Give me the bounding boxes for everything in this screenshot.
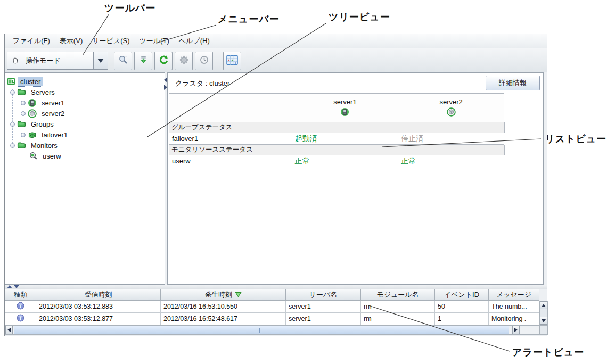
search-button[interactable] (114, 52, 132, 70)
monitor-name-cell: userw (169, 155, 292, 167)
monitors-folder-icon (17, 141, 26, 150)
operation-mode-dropdown-button[interactable] (93, 52, 108, 69)
menu-view-text: 表示( (60, 37, 76, 45)
menu-file[interactable]: ファイル(F) (8, 34, 55, 48)
splitter-down-icon[interactable] (14, 285, 19, 288)
horizontal-scrollbar-thumb[interactable] (14, 326, 509, 334)
group-status-server1-cell: 起動済 (292, 133, 399, 145)
svg-text:i: i (20, 315, 21, 321)
cluster-title: クラスタ : cluster (175, 79, 229, 88)
tree-item-failover1[interactable]: failover1 (21, 129, 70, 140)
monitor-status-row-userw[interactable]: userw 正常 正常 (169, 155, 504, 167)
menu-view[interactable]: 表示(V) (55, 34, 87, 48)
alert-kind-cell: i (5, 301, 36, 313)
group-status-section-header: グループステータス (169, 122, 505, 133)
tool-bar: 操作モード (5, 48, 547, 72)
failover-group-icon (28, 130, 37, 139)
apply-button[interactable] (134, 52, 152, 70)
alert-eventid-cell: 50 (435, 301, 489, 313)
alert-horizontal-scrollbar[interactable] (5, 325, 539, 335)
alert-received-cell: 2012/03/03 03:53:12.877 (36, 313, 161, 325)
tree-expand-handle[interactable] (10, 122, 15, 127)
status-header-empty (169, 94, 292, 122)
alert-row-1[interactable]: i 2012/03/03 03:53:12.883 2012/03/16 16:… (5, 301, 539, 313)
reload-icon (159, 55, 169, 67)
reload-button[interactable] (154, 52, 173, 70)
alert-col-module[interactable]: モジュール名 (361, 289, 435, 301)
groups-folder-icon (17, 120, 26, 128)
scrollbar-grip-icon (259, 328, 264, 333)
alert-col-occurred[interactable]: 発生時刻 (161, 289, 286, 301)
menu-help-text: ヘルプ( (179, 37, 202, 45)
gear-icon (179, 55, 188, 67)
menu-service-close: ) (127, 37, 129, 45)
group-status-server2-cell: 停止済 (398, 133, 504, 145)
server2-icon (28, 109, 37, 118)
alert-col-message[interactable]: メッセージ (489, 289, 539, 301)
menu-service[interactable]: サービス(S) (87, 34, 134, 48)
alert-splitter[interactable] (5, 285, 547, 289)
status-badge: 起動済 (295, 134, 317, 144)
alert-message-cell: Monitoring . (489, 313, 539, 325)
alert-vertical-scrollbar[interactable] (539, 301, 548, 325)
tree-view: cluster Servers server1 (5, 72, 165, 285)
monitor-status-section-header: モニタリソースステータス (169, 145, 505, 155)
tree-item-server2[interactable]: server2 (21, 108, 67, 119)
alert-received-cell: 2012/03/03 03:53:12.883 (36, 301, 161, 313)
alert-col-eventid[interactable]: イベントID (435, 289, 489, 301)
monitor-name: userw (172, 157, 191, 165)
alert-row-2[interactable]: i 2012/03/03 03:53:12.877 2012/03/16 16:… (5, 313, 539, 325)
svg-text:i: i (20, 303, 21, 309)
alert-col-kind[interactable]: 種類 (5, 289, 36, 301)
scroll-up-button[interactable] (540, 301, 547, 309)
tree-expand-handle[interactable] (21, 101, 26, 105)
tree-expand-handle[interactable] (21, 111, 26, 116)
scroll-right-button[interactable] (512, 326, 520, 334)
tree-connector-line (23, 156, 29, 156)
tree-expand-handle[interactable] (21, 133, 26, 137)
detail-info-button[interactable]: 詳細情報 (486, 76, 540, 90)
scroll-left-button[interactable] (5, 326, 13, 334)
menu-service-text: サービス( (92, 37, 122, 45)
hand-icon (11, 56, 20, 65)
alert-col-server[interactable]: サーバ名 (286, 289, 361, 301)
alert-occurred-cell: 2012/03/16 16:52:48.617 (161, 313, 286, 325)
tree-item-cluster[interactable]: cluster (7, 76, 43, 87)
operation-mode-label: 操作モード (26, 56, 61, 65)
server1-icon (28, 98, 37, 107)
arrow-left-icon (7, 328, 11, 332)
tree-expand-handle[interactable] (10, 143, 15, 148)
menu-service-mnemonic: S (122, 37, 127, 45)
integrated-manager-button[interactable] (223, 52, 241, 70)
annotation-toolbar-label: ツールバー (104, 2, 155, 14)
tree-item-groups[interactable]: Groups (10, 119, 56, 129)
group-name: failover1 (172, 135, 198, 143)
alert-server-cell: server1 (286, 313, 361, 325)
operation-mode-selector[interactable]: 操作モード (7, 52, 108, 70)
tree-item-userw[interactable]: userw (29, 151, 63, 161)
status-badge: 正常 (295, 156, 310, 166)
menu-tool-text: ツール( (139, 37, 162, 45)
menu-help[interactable]: ヘルプ(H) (174, 34, 215, 48)
alert-module-cell: rm (361, 301, 435, 313)
status-badge: 正常 (401, 156, 416, 166)
alert-col-received[interactable]: 受信時刻 (36, 289, 161, 301)
arrow-up-icon (542, 304, 546, 307)
settings-button[interactable] (175, 52, 193, 70)
menu-help-mnemonic: H (202, 37, 207, 45)
integrated-manager-icon (226, 55, 238, 68)
group-status-row-failover1[interactable]: failover1 起動済 停止済 (169, 133, 504, 145)
tree-item-monitors[interactable]: Monitors (10, 140, 60, 151)
menu-tool[interactable]: ツール(T) (134, 34, 174, 48)
time-info-button[interactable] (195, 52, 213, 70)
tree-item-server1[interactable]: server1 (21, 97, 67, 108)
server2-icon (447, 107, 456, 118)
alert-occurred-cell: 2012/03/16 16:53:10.550 (161, 301, 286, 313)
tree-expand-handle[interactable] (10, 90, 15, 95)
scroll-down-button[interactable] (540, 317, 547, 325)
alert-module-cell: rm (361, 313, 435, 325)
tree-item-servers[interactable]: Servers (10, 87, 57, 97)
alert-rows: i 2012/03/03 03:53:12.883 2012/03/16 16:… (5, 301, 539, 325)
tree-item-cluster-label: cluster (18, 77, 43, 86)
splitter-up-icon[interactable] (7, 285, 12, 288)
